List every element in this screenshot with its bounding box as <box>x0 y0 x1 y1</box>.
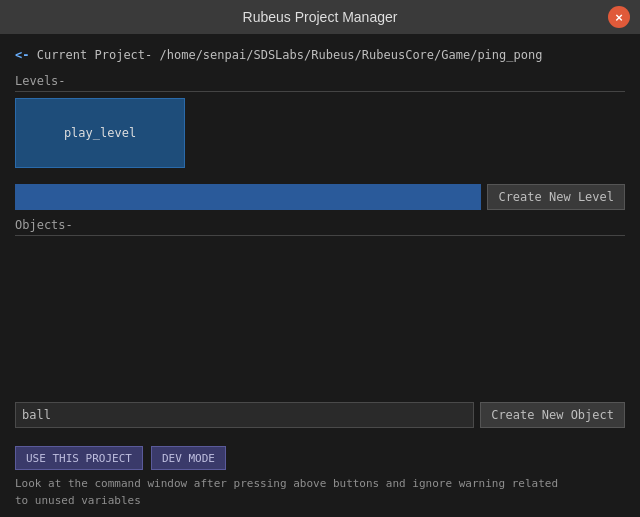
action-buttons: USE THIS PROJECT DEV MODE <box>15 446 625 470</box>
titlebar: Rubeus Project Manager × <box>0 0 640 34</box>
bottom-bar: USE THIS PROJECT DEV MODE Look at the co… <box>0 438 640 517</box>
object-name-input[interactable] <box>15 402 474 428</box>
window-title: Rubeus Project Manager <box>243 9 398 25</box>
objects-grid <box>15 242 625 396</box>
use-project-button[interactable]: USE THIS PROJECT <box>15 446 143 470</box>
main-window: Rubeus Project Manager × <- Current Proj… <box>0 0 640 517</box>
level-input-row: Create New Level <box>15 184 625 210</box>
levels-section: Levels- play_level Create New Level <box>15 74 625 210</box>
current-project-path: /home/senpai/SDSLabs/Rubeus/RubeusCore/G… <box>160 48 543 62</box>
current-project-row: <- Current Project- /home/senpai/SDSLabs… <box>15 44 625 66</box>
info-text-line2: to unused variables <box>15 494 141 507</box>
level-grid: play_level <box>15 98 625 178</box>
objects-label: Objects- <box>15 218 625 236</box>
close-button[interactable]: × <box>608 6 630 28</box>
info-text-line1: Look at the command window after pressin… <box>15 477 558 490</box>
dev-mode-button[interactable]: DEV MODE <box>151 446 226 470</box>
arrow-label: <- <box>15 48 29 62</box>
info-text: Look at the command window after pressin… <box>15 476 625 509</box>
create-level-button[interactable]: Create New Level <box>487 184 625 210</box>
level-name-input[interactable] <box>15 184 481 210</box>
objects-section: Objects- Create New Object <box>15 218 625 428</box>
create-object-button[interactable]: Create New Object <box>480 402 625 428</box>
object-input-row: Create New Object <box>15 402 625 428</box>
level-item[interactable]: play_level <box>15 98 185 168</box>
main-content: <- Current Project- /home/senpai/SDSLabs… <box>0 34 640 438</box>
levels-label: Levels- <box>15 74 625 92</box>
level-item-name: play_level <box>64 126 136 140</box>
current-project-prefix: Current Project- <box>37 48 153 62</box>
